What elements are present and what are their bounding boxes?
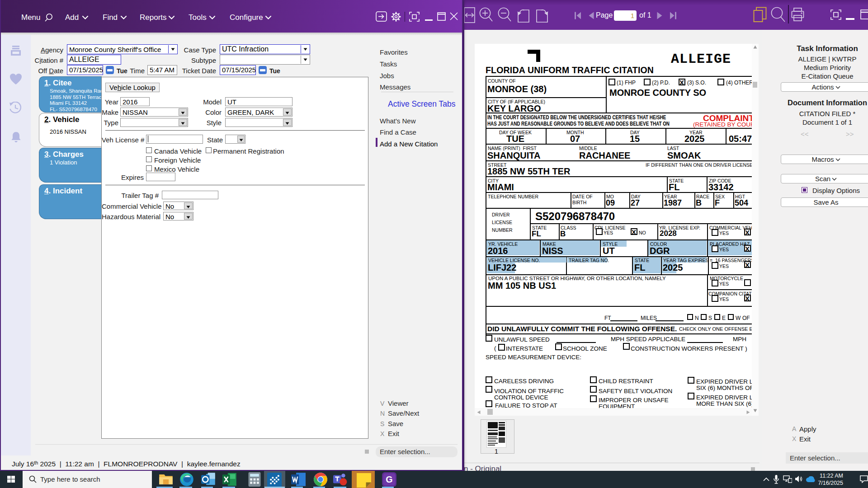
svg-text:G: G	[386, 474, 392, 484]
